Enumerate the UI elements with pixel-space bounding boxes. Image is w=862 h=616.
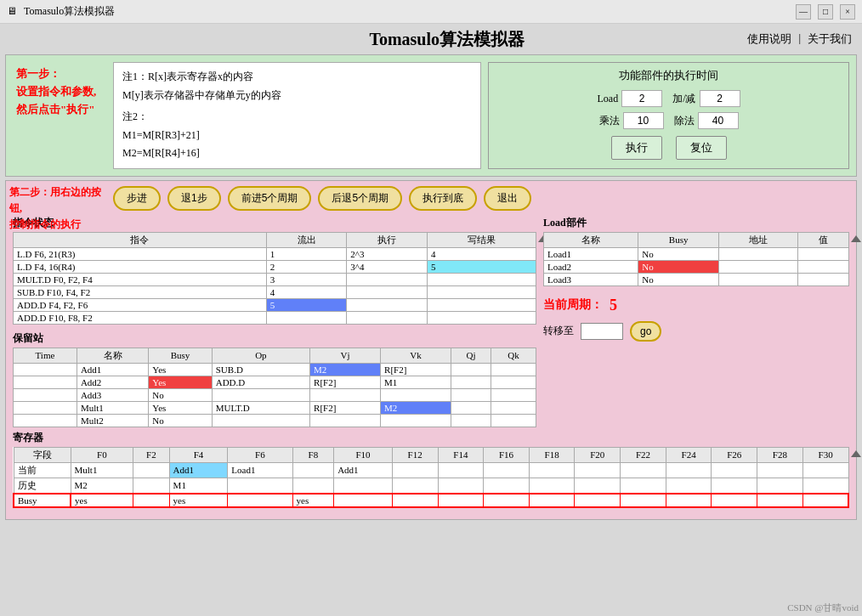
rs-name: Mult1	[77, 401, 148, 414]
exec-col-header: 执行	[347, 232, 428, 247]
reg-header-cell: F16	[484, 447, 530, 462]
load-table: 名称Busy地址值 Load1 No Load2 No Load3 No	[543, 232, 849, 286]
quit-button[interactable]: 退出	[484, 186, 531, 211]
rs-op: ADD.D	[212, 376, 309, 388]
back5-button[interactable]: 后退5个周期	[318, 186, 402, 211]
add-input[interactable]	[700, 90, 740, 107]
reg-row2-cell	[334, 478, 393, 494]
reg-header-cell: F22	[621, 447, 666, 462]
forward5-button[interactable]: 前进5个周期	[228, 186, 312, 211]
step-back-button[interactable]: 退1步	[167, 186, 221, 211]
step-forward-button[interactable]: 步进	[113, 186, 161, 211]
reg-row2-cell	[666, 478, 712, 494]
rs-busy: Yes	[149, 363, 212, 376]
help-link[interactable]: 使用说明	[747, 31, 791, 47]
reg-busy-cell: yes	[292, 494, 334, 507]
instr-write	[427, 273, 536, 285]
instr-exec: 2^3	[347, 247, 428, 260]
reg-row2-cell	[438, 478, 484, 494]
run-to-end-button[interactable]: 执行到底	[409, 186, 477, 211]
reg-row1-cell	[666, 462, 712, 478]
reg-row1-cell	[802, 462, 848, 478]
transfer-input[interactable]	[581, 323, 623, 340]
notes-box: 注1：R[x]表示寄存器x的内容 M[y]表示存储器中存储单元y的内容 注2： …	[113, 62, 481, 169]
instr-write	[427, 298, 536, 311]
restore-button[interactable]: □	[818, 4, 833, 20]
reg-busy-cell	[529, 494, 575, 507]
load-val	[798, 247, 849, 260]
reg-row1-cell	[292, 462, 334, 478]
rs-qj	[451, 414, 491, 427]
cycle-label: 当前周期：	[543, 297, 603, 313]
reservation-station-section: 保留站 Time名称BusyOpVjVkQjQk Add1 Yes SUB.D …	[13, 331, 536, 427]
instr-cmd: ADD.D F4, F2, F6	[14, 298, 267, 311]
reg-row1-cell	[575, 462, 621, 478]
rs-time	[14, 376, 77, 388]
instr-write	[427, 311, 536, 324]
rs-vj	[310, 414, 381, 427]
rs-time	[14, 388, 77, 401]
cycle-value: 5	[610, 297, 617, 314]
reg-busy-cell	[802, 494, 848, 507]
reg-row1-cell: Load1	[228, 462, 292, 478]
reset-button[interactable]: 复位	[676, 136, 727, 160]
reg-busy-cell	[621, 494, 666, 507]
reg-row2-cell	[575, 478, 621, 494]
about-link[interactable]: 关于我们	[808, 31, 852, 47]
rs-vj: R[F2]	[310, 376, 381, 388]
reg-header-cell: F10	[334, 447, 393, 462]
reg-row2-cell	[529, 478, 575, 494]
close-button[interactable]: ×	[840, 4, 855, 20]
reg-header-cell: 字段	[14, 447, 71, 462]
app-icon: 🖥	[7, 5, 17, 18]
load-scroll-up[interactable]	[851, 232, 861, 245]
rs-busy: No	[149, 414, 212, 427]
load-addr	[719, 260, 798, 273]
transfer-label: 转移至	[543, 324, 574, 338]
exec-button[interactable]: 执行	[611, 136, 662, 160]
go-button[interactable]: go	[630, 321, 661, 342]
rs-vj: R[F2]	[310, 401, 381, 414]
instr-exec	[347, 311, 428, 324]
reg-row2-cell	[292, 478, 334, 494]
minimize-button[interactable]: —	[796, 4, 811, 20]
rs-op: SUB.D	[212, 363, 309, 376]
reg-row1-cell	[484, 462, 530, 478]
reg-row1-cell: Add1	[169, 462, 228, 478]
load-val	[798, 273, 849, 285]
app-title: Tomasulo算法模拟器	[146, 28, 747, 51]
reg-busy-cell	[228, 494, 292, 507]
reg-header-cell: F0	[71, 447, 133, 462]
step1-instructions: 第一步： 设置指令和参数, 然后点击"执行"	[13, 62, 106, 169]
rs-vk: R[F2]	[381, 363, 451, 376]
div-input[interactable]	[698, 112, 739, 129]
instr-write: 4	[427, 247, 536, 260]
add-label: 加/减	[672, 92, 695, 106]
rs-op: MULT.D	[212, 401, 309, 414]
rs-name: Add1	[77, 363, 148, 376]
register-table: 字段F0F2F4F6F8F10F12F14F16F18F20F22F24F26F…	[13, 447, 849, 508]
rs-busy: Yes	[149, 401, 212, 414]
reg-title: 寄存器	[13, 431, 849, 445]
reg-scroll-up[interactable]	[851, 447, 861, 460]
load-input[interactable]	[621, 90, 662, 107]
instr-write	[427, 285, 536, 298]
load-name: Load3	[544, 273, 638, 285]
instruction-state-section: 指令状态 指令 流出 执行 写结果	[13, 216, 536, 325]
issue-col-header: 流出	[266, 232, 347, 247]
reg-header-cell: F14	[438, 447, 484, 462]
rs-qj	[451, 401, 491, 414]
mul-input[interactable]	[623, 112, 664, 129]
reg-row2-cell	[757, 478, 803, 494]
rs-name: Add3	[77, 388, 148, 401]
load-addr	[719, 247, 798, 260]
instr-issue: 3	[266, 273, 347, 285]
load-busy: No	[638, 247, 719, 260]
reg-busy-cell	[334, 494, 393, 507]
reg-busy-cell	[392, 494, 438, 507]
rs-vj: M2	[310, 363, 381, 376]
instr-exec	[347, 273, 428, 285]
timing-panel: 功能部件的执行时间 Load 加/减 乘法 除法	[488, 62, 849, 169]
reg-row2-cell	[621, 478, 666, 494]
reg-row2-cell	[802, 478, 848, 494]
